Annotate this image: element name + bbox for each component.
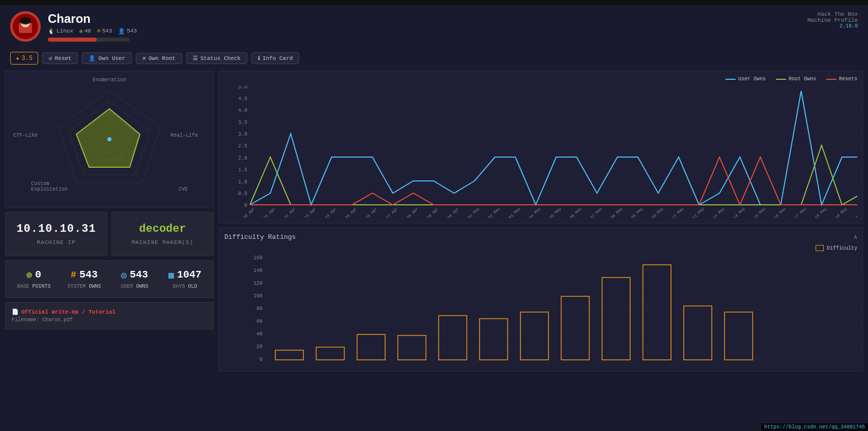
maker-label: Machine Maker(s) xyxy=(122,239,203,245)
writeup-filename: Filename: Charon.pdf xyxy=(12,317,207,323)
stat-block-days: ▦ 1047 Days Old xyxy=(162,269,208,289)
svg-text:80: 80 xyxy=(256,306,263,312)
hash-stat: # 543 xyxy=(97,28,112,34)
status-check-button[interactable]: ☰ Status Check xyxy=(186,52,247,64)
svg-text:1.5: 1.5 xyxy=(238,167,247,173)
svg-text:60: 60 xyxy=(256,319,263,324)
svg-text:22 Apr: 22 Apr xyxy=(283,206,297,218)
own-user-button[interactable]: 👤 Own User xyxy=(82,52,132,64)
radar-label-cve: CVE xyxy=(179,187,188,192)
svg-text:18 May: 18 May xyxy=(814,206,828,218)
xp-bar xyxy=(48,38,129,42)
hash-num: 543 xyxy=(102,28,112,34)
svg-rect-90 xyxy=(275,350,303,360)
maker-card: decoder Machine Maker(s) xyxy=(111,212,214,256)
svg-text:100: 100 xyxy=(253,293,263,299)
svg-text:30 Apr: 30 Apr xyxy=(446,206,460,218)
reset-button[interactable]: ↺ Reset xyxy=(42,52,78,64)
svg-text:5.0: 5.0 xyxy=(238,86,247,90)
svg-text:2.5: 2.5 xyxy=(238,143,247,149)
svg-text:21 Apr: 21 Apr xyxy=(263,206,276,218)
line-chart: 5.0 4.5 4.0 3.5 3.0 2.5 2.0 1.5 1.0 0.5 … xyxy=(224,86,857,218)
own-root-button[interactable]: # Own Root xyxy=(136,53,182,64)
svg-text:26 Apr: 26 Apr xyxy=(365,206,379,218)
action-bar: ★ 3.5 ↺ Reset 👤 Own User # Own Root ☰ St… xyxy=(0,48,868,71)
writeup-section: 📄 Official Write-Up / Tutorial Filename:… xyxy=(5,302,214,329)
info-cards: 10.10.10.31 Machine IP decoder Machine M… xyxy=(5,212,214,256)
info-icon: ℹ xyxy=(258,55,260,61)
legend-root-line xyxy=(776,79,786,80)
svg-rect-95 xyxy=(480,319,508,360)
svg-text:3.5: 3.5 xyxy=(238,120,247,126)
calendar-icon: ▦ xyxy=(168,269,174,281)
legend-user-owns: User Owns xyxy=(726,76,766,82)
radar-label-custom: Custom Exploitation xyxy=(31,181,68,192)
writeup-icon: 📄 xyxy=(12,309,19,315)
rating-badge[interactable]: ★ 3.5 xyxy=(10,52,38,65)
svg-text:0: 0 xyxy=(259,357,263,362)
difficulty-legend: Difficulty xyxy=(224,245,857,251)
svg-text:07 May: 07 May xyxy=(589,206,603,218)
legend-user-line xyxy=(726,79,736,80)
ip-label: Machine IP xyxy=(16,239,97,245)
user-owns-value: 543 xyxy=(130,269,148,281)
user-info: Charon 🐧 Linux ⊕ 40 # 543 👤 543 xyxy=(48,12,858,42)
svg-text:19 May: 19 May xyxy=(834,206,848,218)
svg-text:29 Apr: 29 Apr xyxy=(426,206,440,218)
difficulty-legend-box xyxy=(816,245,824,251)
svg-point-18 xyxy=(107,137,111,141)
svg-text:140: 140 xyxy=(253,268,263,273)
svg-text:11 May: 11 May xyxy=(671,206,685,218)
legend-resets: Resets xyxy=(826,76,857,82)
legend-root-owns: Root Owns xyxy=(776,76,816,82)
svg-rect-98 xyxy=(602,278,630,360)
stat-block-user: ◎ 543 User Owns xyxy=(111,269,158,289)
rating-value: 3.5 xyxy=(21,55,33,62)
ip-card: 10.10.10.31 Machine IP xyxy=(5,212,107,256)
rank-num: 40 xyxy=(84,28,91,34)
days-old-label: Days Old xyxy=(172,284,197,289)
os-stat: 🐧 Linux xyxy=(48,28,73,35)
svg-point-6 xyxy=(26,23,28,24)
svg-text:02 May: 02 May xyxy=(487,206,501,218)
xp-fill xyxy=(48,38,97,42)
days-old-value: 1047 xyxy=(177,269,201,281)
svg-text:3.0: 3.0 xyxy=(238,132,247,137)
svg-text:04 May: 04 May xyxy=(528,206,542,218)
svg-rect-91 xyxy=(316,347,344,360)
svg-text:20: 20 xyxy=(256,344,263,350)
svg-text:27 Apr: 27 Apr xyxy=(385,206,399,218)
base-points-label: Base Points xyxy=(17,284,50,289)
svg-text:01 May: 01 May xyxy=(467,206,480,218)
svg-text:20 May: 20 May xyxy=(855,206,857,218)
svg-text:25 Apr: 25 Apr xyxy=(344,206,358,218)
info-card-button[interactable]: ℹ Info Card xyxy=(251,52,299,64)
radar-section: Enumeration Real-Life CVE Custom Exploit… xyxy=(5,71,214,208)
bar-chart: 160 140 120 100 80 60 40 20 0 xyxy=(224,254,857,366)
top-bar xyxy=(0,0,868,5)
username: Charon xyxy=(48,12,858,26)
stats-row: ⊕ 0 Base Points # 543 System owns ◎ 543 … xyxy=(5,260,214,298)
svg-text:4.5: 4.5 xyxy=(238,96,247,102)
svg-rect-93 xyxy=(398,335,426,360)
svg-point-4 xyxy=(20,17,31,24)
user-stats: 🐧 Linux ⊕ 40 # 543 👤 543 xyxy=(48,28,858,35)
system-owns-label: System owns xyxy=(67,284,101,289)
user-owns-label: User Owns xyxy=(121,284,148,289)
collapse-icon[interactable]: ∧ xyxy=(854,233,857,241)
reset-icon: ↺ xyxy=(49,55,52,61)
svg-text:4.0: 4.0 xyxy=(238,108,247,113)
writeup-title[interactable]: 📄 Official Write-Up / Tutorial xyxy=(12,309,207,315)
stat-block-base: ⊕ 0 Base Points xyxy=(11,269,57,289)
svg-text:28 Apr: 28 Apr xyxy=(406,206,419,218)
svg-rect-101 xyxy=(725,312,753,360)
target-icon: ⊕ xyxy=(26,269,32,281)
svg-rect-100 xyxy=(684,306,712,360)
left-panel: Enumeration Real-Life CVE Custom Exploit… xyxy=(5,71,214,372)
radar-label-reallife: Real-Life xyxy=(170,133,198,138)
user-icon: 👤 xyxy=(89,55,96,61)
url-bar: https://blog.csdn.net/qq_34801745 xyxy=(761,423,868,431)
avatar xyxy=(10,11,41,42)
radar-chart xyxy=(38,81,181,198)
svg-text:2.0: 2.0 xyxy=(238,156,247,161)
